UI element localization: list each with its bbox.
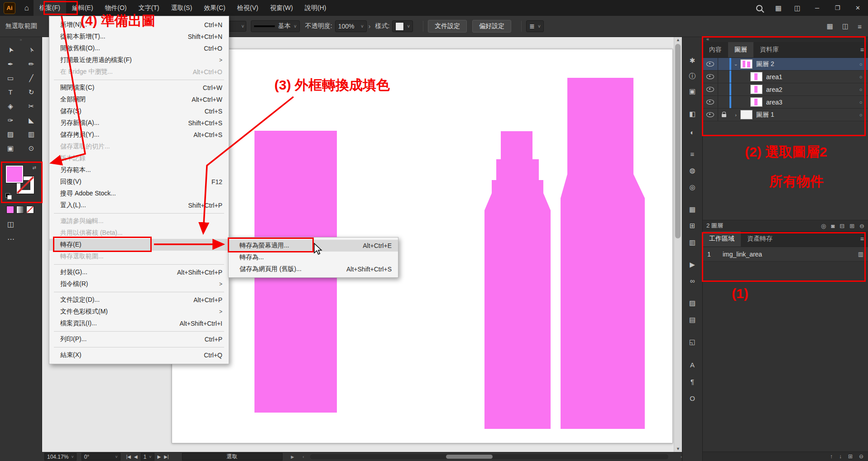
workspace-switcher-icon[interactable]: ◫	[842, 22, 849, 30]
rotate-tool[interactable]: ↻	[21, 85, 42, 99]
locate-object-icon[interactable]: ◎	[821, 223, 826, 229]
apps-grid-icon[interactable]: ▦	[769, 0, 788, 16]
file-menu-item-16[interactable]: 置入(L)...Shift+Ctrl+P	[49, 200, 229, 211]
color-panel-icon[interactable]: ◧	[682, 107, 702, 121]
home-icon[interactable]: ⌂	[20, 4, 34, 13]
rotation-dropdown[interactable]: 0° ˅	[82, 453, 120, 461]
stroke-panel-icon[interactable]: ≡	[682, 147, 702, 161]
menubar-menu-7[interactable]: 檢視(V)	[231, 0, 264, 16]
file-menu-item-1[interactable]: 新增(N)...Ctrl+N	[49, 19, 229, 31]
tab-資產轉存[interactable]: 資產轉存	[741, 231, 779, 247]
new-artboard-icon[interactable]: ⊞	[848, 453, 853, 460]
chevron-right-icon[interactable]: ›	[369, 23, 371, 30]
zoom-level-dropdown[interactable]: 104.17% ˅	[44, 453, 77, 461]
default-fill-stroke-icon[interactable]	[5, 193, 12, 199]
horizontal-scrollbar-thumb[interactable]	[446, 455, 493, 459]
menubar-menu-4[interactable]: 文字(T)	[133, 0, 165, 16]
tab-圖層[interactable]: 圖層	[728, 42, 753, 57]
swatches-panel-icon[interactable]: ▤	[682, 313, 702, 327]
opacity-field[interactable]: 100% ˅	[335, 20, 367, 32]
layer-row-area1[interactable]: area1○	[703, 71, 868, 83]
file-menu-item-9[interactable]: 另存新檔(A)...Shift+Ctrl+S	[49, 117, 229, 129]
file-menu-item-2[interactable]: 從範本新增(T)...Shift+Ctrl+N	[49, 31, 229, 43]
lock-toggle[interactable]	[718, 112, 729, 117]
pathfinder-panel-icon[interactable]: ◱	[682, 335, 702, 349]
file-menu-item-25[interactable]: 檔案資訊(I)...Alt+Shift+Ctrl+I	[49, 318, 229, 329]
panel-menu-icon[interactable]: ≡	[858, 23, 862, 30]
swap-fill-stroke-icon[interactable]: ⇄	[33, 165, 36, 170]
horizontal-scrollbar[interactable]	[310, 454, 668, 459]
delete-layer-icon[interactable]: ⊖	[859, 223, 864, 229]
file-menu-item-27[interactable]: 結束(X)Ctrl+Q	[49, 349, 229, 361]
gradient-button[interactable]	[16, 206, 24, 214]
new-layer-icon[interactable]: ⊞	[849, 223, 854, 229]
actions-panel-icon[interactable]: ▶	[682, 258, 702, 271]
menubar-menu-6[interactable]: 效果(C)	[198, 0, 231, 16]
scroll-left-icon[interactable]: ‹	[303, 455, 304, 459]
make-clipping-mask-icon[interactable]: ◙	[831, 223, 834, 229]
illustrator-app-icon[interactable]: Ai	[4, 2, 15, 14]
file-menu-item-8[interactable]: 儲存(S)Ctrl+S	[49, 105, 229, 117]
visibility-toggle[interactable]	[703, 109, 718, 121]
menubar-menu-9[interactable]: 說明(H)	[299, 0, 332, 16]
shape-bottle-small[interactable]	[484, 131, 551, 429]
target-circle-icon[interactable]: ○	[854, 74, 868, 80]
visibility-toggle[interactable]	[703, 58, 718, 70]
menubar-menu-3[interactable]: 物件(O)	[99, 0, 133, 16]
appearance-panel-icon[interactable]: ◎	[682, 181, 702, 194]
menubar-menu-1[interactable]: 檔案(F)	[34, 0, 66, 16]
paragraph-panel-icon[interactable]: ¶	[682, 375, 702, 388]
file-menu-item-23[interactable]: 文件設定(D)...Alt+Ctrl+P	[49, 294, 229, 306]
collapse-panels-bar[interactable]: «	[703, 37, 868, 42]
zoom-tool[interactable]: ⊙	[21, 141, 42, 155]
image-trace-panel-icon[interactable]: ▨	[682, 296, 702, 310]
links-panel-icon[interactable]: ∞	[682, 274, 702, 287]
move-artboard-down-icon[interactable]: ↓	[839, 453, 842, 460]
artboard-number-dropdown[interactable]: 1 ˅	[141, 453, 154, 461]
new-sublayer-icon[interactable]: ⊟	[839, 223, 844, 229]
artboard-tool[interactable]: ▣	[0, 141, 21, 155]
screen-mode-icon[interactable]: ◫	[7, 220, 14, 228]
workspace-layout-icon[interactable]: ◫	[788, 0, 807, 16]
gradient-panel-icon[interactable]: ◐	[682, 125, 702, 139]
export-submenu-item-1[interactable]: 轉存為螢幕適用...Alt+Ctrl+E	[229, 240, 398, 252]
scroll-right-icon[interactable]: ›	[681, 455, 682, 459]
style-dropdown[interactable]: ˅	[392, 20, 413, 32]
visibility-toggle[interactable]	[703, 71, 718, 83]
file-menu-item-15[interactable]: 搜尋 Adobe Stock...	[49, 188, 229, 200]
target-circle-icon[interactable]: ○	[854, 112, 868, 118]
file-menu-item-3[interactable]: 開啟舊檔(O)...Ctrl+O	[49, 43, 229, 54]
more-tools-icon[interactable]: ⋯	[7, 235, 14, 243]
eyedropper-tool[interactable]: ◣	[21, 113, 42, 127]
scissors-tool[interactable]: ✂	[21, 99, 42, 113]
properties-panel-icon[interactable]: ✱	[682, 54, 702, 67]
align-options-dropdown[interactable]: ≣ ˅	[526, 20, 544, 32]
tab-資料庫[interactable]: 資料庫	[753, 42, 785, 57]
tab-內容[interactable]: 內容	[703, 42, 728, 57]
arrange-documents-icon[interactable]: ▦	[827, 22, 833, 30]
file-menu-item-4[interactable]: 打開最近使用過的檔案(F)>	[49, 54, 229, 66]
vertical-scrollbar[interactable]: ▲ ▼	[674, 37, 682, 452]
stroke-style-dropdown[interactable]: 基本 ˅	[251, 20, 300, 32]
variable-width-dropdown[interactable]: ˅	[228, 21, 246, 32]
menubar-menu-2[interactable]: 編輯(E)	[66, 0, 99, 16]
first-artboard-button[interactable]: |◀	[126, 454, 131, 459]
line-segment-tool[interactable]: ╱	[21, 71, 42, 85]
character-panel-icon[interactable]: A	[682, 358, 702, 371]
none-button[interactable]	[26, 206, 34, 214]
graphic-styles-panel-icon[interactable]: ▦	[682, 203, 702, 216]
next-artboard-button[interactable]: ▶	[158, 454, 161, 459]
rectangle-tool[interactable]: ▭	[0, 71, 21, 85]
search-icon[interactable]	[750, 0, 769, 16]
tab-工作區域[interactable]: 工作區域	[703, 231, 741, 247]
file-menu-item-14[interactable]: 回復(V)F12	[49, 176, 229, 188]
chevron-down-icon[interactable]: ⌄	[731, 61, 740, 67]
file-menu-item-24[interactable]: 文件色彩模式(M)>	[49, 306, 229, 318]
menubar-menu-8[interactable]: 視窗(W)	[264, 0, 299, 16]
vertical-scrollbar-thumb[interactable]	[675, 44, 681, 238]
file-menu-item-22[interactable]: 指令檔(R)>	[49, 278, 229, 290]
preferences-button[interactable]: 偏好設定	[472, 20, 511, 33]
status-expand-icon[interactable]: ▶	[291, 455, 294, 459]
target-circle-icon[interactable]: ○	[854, 62, 868, 67]
prev-artboard-button[interactable]: ◀	[134, 454, 138, 459]
